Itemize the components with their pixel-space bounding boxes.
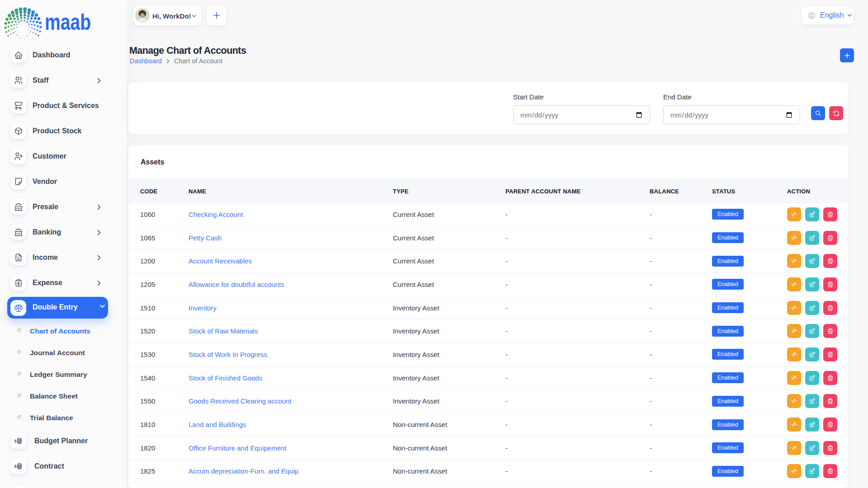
svg-text:$: $ <box>14 439 16 443</box>
svg-text:$: $ <box>14 464 16 469</box>
svg-text:maab: maab <box>45 9 91 35</box>
